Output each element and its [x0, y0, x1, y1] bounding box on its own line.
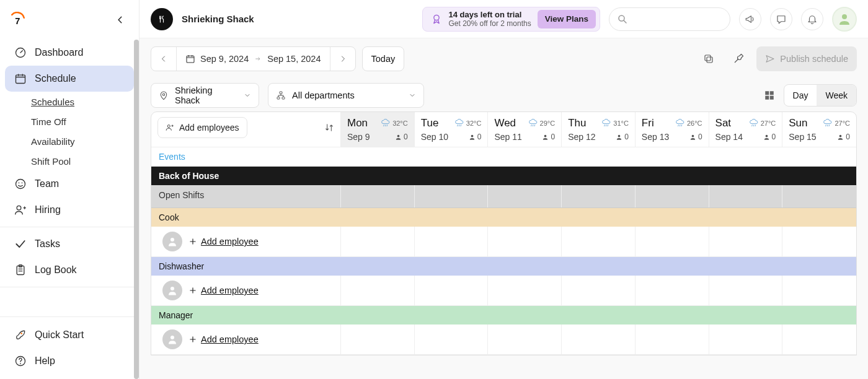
date-range-button[interactable]: Sep 9, 2024 Sep 15, 2024 [177, 47, 330, 71]
shift-cell[interactable] [709, 325, 783, 354]
add-employee-link[interactable]: Add employee [188, 285, 259, 295]
sidebar-item-help[interactable]: Help [5, 348, 134, 374]
role-employee-cell: Add employee [151, 227, 341, 256]
shift-cell[interactable] [709, 227, 783, 256]
sort-button[interactable] [324, 123, 334, 133]
day-header[interactable]: Sun 27°C Sep 15 0 [782, 112, 856, 147]
day-date: Sep 11 [494, 132, 521, 142]
sidebar-scrollbar[interactable] [134, 40, 139, 379]
sidebar-item-quickstart[interactable]: Quick Start [5, 322, 134, 348]
open-shifts-cell[interactable] [415, 185, 489, 207]
sidebar-item-label: Hiring [35, 204, 61, 216]
bell-button[interactable] [801, 8, 823, 30]
user-icon [542, 134, 549, 141]
rain-icon [749, 119, 759, 128]
chat-button[interactable] [770, 8, 792, 30]
open-shifts-cell[interactable] [562, 185, 636, 207]
role-header: Manager [151, 306, 856, 325]
user-icon [469, 134, 476, 141]
sidebar-sub-availability[interactable]: Availability [31, 131, 139, 151]
shift-cell[interactable] [341, 276, 415, 305]
shift-cell[interactable] [415, 325, 489, 354]
day-date: Sep 14 [715, 132, 743, 142]
svg-point-14 [619, 15, 624, 21]
shift-cell[interactable] [636, 276, 709, 305]
sidebar-item-dashboard[interactable]: Dashboard [5, 40, 134, 66]
events-row[interactable]: Events [151, 147, 856, 167]
shift-cell[interactable] [562, 276, 636, 305]
day-date: Sep 13 [642, 132, 669, 142]
sidebar-item-schedule[interactable]: Schedule [5, 66, 134, 92]
day-header[interactable]: Tue 32°C Sep 10 0 [415, 112, 489, 147]
sidebar-sub-timeoff[interactable]: Time Off [31, 111, 139, 131]
shift-cell[interactable] [709, 276, 783, 305]
prev-week-button[interactable] [151, 47, 176, 71]
shift-cell[interactable] [782, 227, 856, 256]
day-header[interactable]: Thu 31°C Sep 12 0 [562, 112, 636, 147]
role-employee-cell: Add employee [151, 276, 341, 305]
svg-point-35 [170, 238, 174, 242]
location-dropdown[interactable]: Shrieking Shack [151, 83, 259, 108]
sidebar-sub-shiftpool[interactable]: Shift Pool [31, 151, 139, 171]
shift-cell[interactable] [488, 227, 562, 256]
svg-rect-18 [705, 55, 711, 61]
view-day[interactable]: Day [784, 85, 817, 106]
shift-cell[interactable] [782, 276, 856, 305]
shift-cell[interactable] [562, 325, 636, 354]
shift-cell[interactable] [636, 227, 709, 256]
org-logo [151, 8, 173, 30]
add-employees-button[interactable]: Add employees [157, 117, 247, 138]
rain-icon [454, 119, 464, 128]
layout-button[interactable] [764, 90, 775, 101]
day-header[interactable]: Fri 26°C Sep 13 0 [636, 112, 709, 147]
sidebar-sub-schedules[interactable]: Schedules [31, 92, 139, 111]
shift-cell[interactable] [488, 325, 562, 354]
avatar-placeholder [162, 281, 182, 300]
svg-point-32 [692, 134, 694, 137]
shift-cell[interactable] [415, 276, 489, 305]
shift-cell[interactable] [415, 227, 489, 256]
next-week-button[interactable] [330, 47, 355, 71]
shift-cell[interactable] [782, 325, 856, 354]
weather: 31°C [601, 119, 629, 128]
today-button[interactable]: Today [362, 46, 405, 71]
open-shifts-cell[interactable] [709, 185, 783, 207]
shift-cell[interactable] [488, 276, 562, 305]
role-employee-cell: Add employee [151, 325, 341, 354]
day-header[interactable]: Mon 32°C Sep 9 0 [341, 112, 415, 147]
sidebar-item-team[interactable]: Team [5, 171, 134, 197]
add-employee-link[interactable]: Add employee [188, 237, 259, 246]
schedule-grid: Add employees Mon 32°C Sep 9 0 [151, 111, 857, 355]
send-icon [765, 54, 775, 64]
employee-count: 0 [689, 133, 702, 141]
open-shifts-cell[interactable] [636, 185, 709, 207]
shift-cell[interactable] [341, 227, 415, 256]
add-employee-link[interactable]: Add employee [188, 334, 259, 344]
view-plans-button[interactable]: View Plans [538, 10, 596, 28]
shift-cell[interactable] [636, 325, 709, 354]
day-header[interactable]: Wed 29°C Sep 11 0 [488, 112, 562, 147]
megaphone-button[interactable] [739, 8, 761, 30]
sidebar-item-logbook[interactable]: Log Book [5, 257, 134, 283]
user-icon [763, 134, 770, 141]
view-week[interactable]: Week [817, 85, 856, 106]
svg-point-9 [20, 333, 22, 334]
svg-point-5 [22, 183, 23, 184]
weather: 32°C [454, 119, 482, 128]
tools-button[interactable] [727, 47, 750, 71]
sidebar-item-tasks[interactable]: Tasks [5, 231, 134, 257]
shift-cell[interactable] [341, 325, 415, 354]
search-input[interactable] [609, 7, 730, 31]
open-shifts-cell[interactable] [341, 185, 415, 207]
shift-cell[interactable] [562, 227, 636, 256]
open-shifts-cell[interactable] [782, 185, 856, 207]
day-header[interactable]: Sat 27°C Sep 14 0 [709, 112, 783, 147]
publish-button[interactable]: Publish schedule [756, 46, 857, 71]
sidebar-item-hiring[interactable]: Hiring [5, 197, 134, 223]
sidebar-collapse-button[interactable] [112, 11, 129, 28]
open-shifts-cell[interactable] [488, 185, 562, 207]
copy-button[interactable] [697, 47, 720, 71]
department-dropdown[interactable]: All departments [268, 83, 424, 108]
user-avatar[interactable] [832, 7, 857, 32]
svg-rect-26 [769, 95, 773, 99]
